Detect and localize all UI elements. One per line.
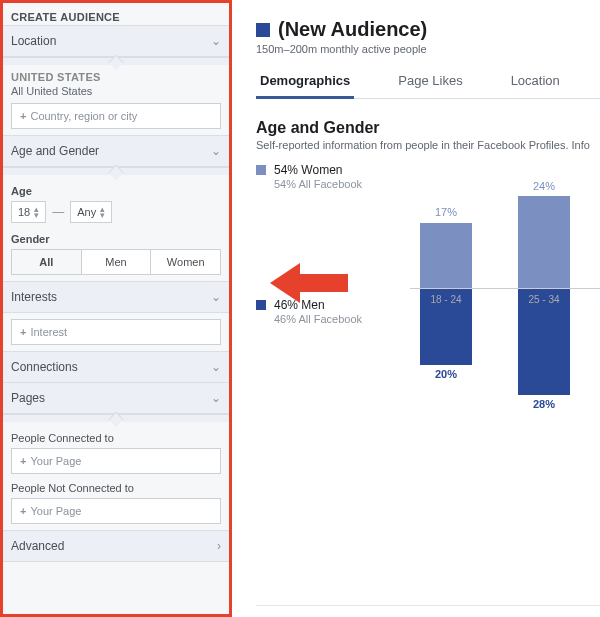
tab-location[interactable]: Location xyxy=(507,65,564,98)
bar-men-25-34-value: 28% xyxy=(518,398,570,410)
page-title: (New Audience) xyxy=(278,18,427,41)
create-audience-sidebar: CREATE AUDIENCE Location ⌄ UNITED STATES… xyxy=(0,0,232,617)
age-dash: — xyxy=(52,205,64,219)
age-gender-heading: Age and Gender xyxy=(256,119,600,137)
age-gender-chart: 17% 20% 18 - 24 24% 28% 25 - 34 xyxy=(280,168,600,448)
bar-women-18-24-value: 17% xyxy=(420,206,472,218)
interest-placeholder: Interest xyxy=(30,326,67,338)
legend-women-swatch xyxy=(256,165,266,175)
chevron-down-icon: ⌄ xyxy=(211,290,221,304)
gender-segmented: All Men Women xyxy=(11,249,221,275)
stepper-icon: ▴▾ xyxy=(100,206,105,218)
section-age-gender-label: Age and Gender xyxy=(11,144,99,158)
page-subtitle: 150m–200m monthly active people xyxy=(256,43,600,55)
plus-icon: + xyxy=(20,110,26,122)
section-notch xyxy=(3,167,229,175)
section-interests-label: Interests xyxy=(11,290,57,304)
gender-women-button[interactable]: Women xyxy=(151,249,221,275)
plus-icon: + xyxy=(20,326,26,338)
section-notch xyxy=(3,414,229,422)
gender-all-button[interactable]: All xyxy=(11,249,82,275)
section-pages-label: Pages xyxy=(11,391,45,405)
age-max-select[interactable]: Any ▴▾ xyxy=(70,201,112,223)
chevron-down-icon: ⌄ xyxy=(211,391,221,405)
not-connected-label: People Not Connected to xyxy=(11,482,221,494)
chevron-down-icon: ⌄ xyxy=(211,34,221,48)
section-advanced-label: Advanced xyxy=(11,539,64,553)
chevron-right-icon: › xyxy=(217,539,221,553)
age-label: Age xyxy=(11,185,221,197)
stepper-icon: ▴▾ xyxy=(34,206,39,218)
plus-icon: + xyxy=(20,505,26,517)
section-location-label: Location xyxy=(11,34,56,48)
section-connections-label: Connections xyxy=(11,360,78,374)
age-min-select[interactable]: 18 ▴▾ xyxy=(11,201,46,223)
section-notch xyxy=(3,57,229,65)
chart-cat-25-34: 25 - 34 xyxy=(509,294,579,305)
location-detail: All United States xyxy=(11,85,221,97)
sidebar-title: CREATE AUDIENCE xyxy=(3,3,229,25)
interest-input[interactable]: + Interest xyxy=(11,319,221,345)
location-placeholder: Country, region or city xyxy=(30,110,137,122)
gender-men-button[interactable]: Men xyxy=(82,249,152,275)
section-location[interactable]: Location ⌄ xyxy=(3,25,229,57)
tab-demographics[interactable]: Demographics xyxy=(256,65,354,99)
section-interests[interactable]: Interests ⌄ xyxy=(3,281,229,313)
bar-women-25-34-value: 24% xyxy=(518,180,570,192)
legend-men-swatch xyxy=(256,300,266,310)
not-connected-page-input[interactable]: + Your Page xyxy=(11,498,221,524)
gender-label: Gender xyxy=(11,233,221,245)
section-age-gender[interactable]: Age and Gender ⌄ xyxy=(3,135,229,167)
bar-women-25-34 xyxy=(518,196,570,288)
chevron-down-icon: ⌄ xyxy=(211,360,221,374)
chevron-down-icon: ⌄ xyxy=(211,144,221,158)
connected-label: People Connected to xyxy=(11,432,221,444)
section-connections[interactable]: Connections ⌄ xyxy=(3,351,229,383)
section-pages[interactable]: Pages ⌄ xyxy=(3,383,229,414)
plus-icon: + xyxy=(20,455,26,467)
section-advanced[interactable]: Advanced › xyxy=(3,530,229,562)
location-country: UNITED STATES xyxy=(11,71,221,85)
location-input[interactable]: + Country, region or city xyxy=(11,103,221,129)
chart-cat-18-24: 18 - 24 xyxy=(411,294,481,305)
connected-page-input[interactable]: + Your Page xyxy=(11,448,221,474)
bar-women-18-24 xyxy=(420,223,472,288)
tab-page-likes[interactable]: Page Likes xyxy=(394,65,466,98)
audience-color-swatch xyxy=(256,23,270,37)
age-gender-desc: Self-reported information from people in… xyxy=(256,139,600,151)
bar-men-18-24-value: 20% xyxy=(420,368,472,380)
tabs: Demographics Page Likes Location xyxy=(256,65,600,99)
